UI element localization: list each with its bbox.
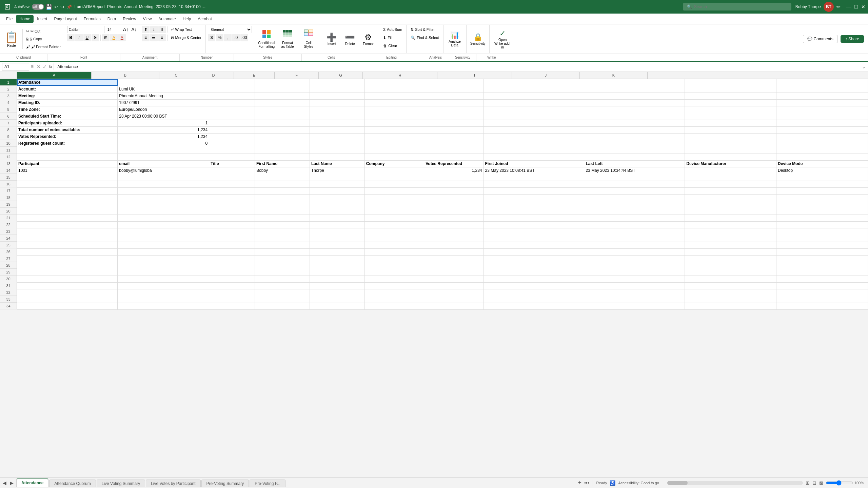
cell-D16[interactable] xyxy=(255,181,310,187)
cell-A33[interactable] xyxy=(17,296,118,303)
cell-H4[interactable] xyxy=(484,99,584,106)
cell-H29[interactable] xyxy=(484,269,584,276)
row-number-12[interactable]: 12 xyxy=(0,154,17,160)
cell-H24[interactable] xyxy=(484,235,584,242)
cell-H27[interactable] xyxy=(484,255,584,262)
cell-G9[interactable] xyxy=(424,133,484,140)
menu-data[interactable]: Data xyxy=(104,15,119,23)
cell-E13[interactable]: Last Name xyxy=(310,160,364,167)
cell-A12[interactable] xyxy=(17,154,118,160)
cell-H32[interactable] xyxy=(484,289,584,296)
cell-B5[interactable]: Europe/London xyxy=(118,106,209,113)
cell-F33[interactable] xyxy=(364,296,424,303)
search-box[interactable]: 🔍 xyxy=(683,3,791,11)
cell-J31[interactable] xyxy=(685,282,776,289)
cell-C19[interactable] xyxy=(209,201,255,208)
cell-B7[interactable]: 1 xyxy=(118,120,209,126)
cell-I27[interactable] xyxy=(584,255,685,262)
cell-K24[interactable] xyxy=(776,235,868,242)
cell-H25[interactable] xyxy=(484,242,584,248)
cell-J26[interactable] xyxy=(685,248,776,255)
menu-formulas[interactable]: Formulas xyxy=(80,15,104,23)
cell-G5[interactable] xyxy=(424,106,484,113)
cell-K32[interactable] xyxy=(776,289,868,296)
sort-filter-button[interactable]: ⇅Sort & Filter xyxy=(409,26,437,33)
cell-F1[interactable] xyxy=(364,79,424,86)
zoom-slider[interactable] xyxy=(826,480,853,486)
cell-D31[interactable] xyxy=(255,282,310,289)
cell-I30[interactable] xyxy=(584,276,685,282)
cell-B20[interactable] xyxy=(118,208,209,215)
merge-center-button[interactable]: ⊠ Merge & Center xyxy=(169,34,204,41)
cell-B18[interactable] xyxy=(118,194,209,201)
cell-K1[interactable] xyxy=(776,79,868,86)
row-number-16[interactable]: 16 xyxy=(0,181,17,187)
function-icon[interactable]: fx xyxy=(49,64,52,69)
cell-F15[interactable] xyxy=(364,174,424,181)
cell-G15[interactable] xyxy=(424,174,484,181)
cell-F16[interactable] xyxy=(364,181,424,187)
align-right-button[interactable]: ≡ xyxy=(158,34,166,41)
cell-C20[interactable] xyxy=(209,208,255,215)
cell-H11[interactable] xyxy=(484,147,584,154)
cell-I7[interactable] xyxy=(584,120,685,126)
row-number-19[interactable]: 19 xyxy=(0,201,17,208)
menu-file[interactable]: File xyxy=(3,15,16,23)
align-bottom-button[interactable]: ⬇ xyxy=(158,26,166,33)
cell-J23[interactable] xyxy=(685,228,776,235)
cell-C7[interactable] xyxy=(209,120,255,126)
cell-F30[interactable] xyxy=(364,276,424,282)
cell-H21[interactable] xyxy=(484,215,584,221)
cell-B8[interactable]: 1,234 xyxy=(118,126,209,133)
cell-G30[interactable] xyxy=(424,276,484,282)
cell-D26[interactable] xyxy=(255,248,310,255)
cell-B9[interactable]: 1,234 xyxy=(118,133,209,140)
cell-E34[interactable] xyxy=(310,303,364,309)
cell-G6[interactable] xyxy=(424,113,484,120)
cell-K20[interactable] xyxy=(776,208,868,215)
cell-G13[interactable]: Votes Represented xyxy=(424,160,484,167)
more-tabs-button[interactable]: ••• xyxy=(584,480,589,486)
cell-D1[interactable] xyxy=(255,79,310,86)
cell-K28[interactable] xyxy=(776,262,868,269)
cell-K22[interactable] xyxy=(776,221,868,228)
cell-J32[interactable] xyxy=(685,289,776,296)
increase-font-button[interactable]: A↑ xyxy=(122,26,129,33)
cell-H22[interactable] xyxy=(484,221,584,228)
cell-J29[interactable] xyxy=(685,269,776,276)
cell-C11[interactable] xyxy=(209,147,255,154)
cell-C13[interactable]: Title xyxy=(209,160,255,167)
undo-button[interactable]: ↩ xyxy=(54,4,58,9)
format-painter-button[interactable]: 🖌🖌 Format Painter xyxy=(24,43,63,50)
cell-E1[interactable] xyxy=(310,79,364,86)
row-number-6[interactable]: 6 xyxy=(0,113,17,120)
cell-J13[interactable]: Device Manufacturer xyxy=(685,160,776,167)
cell-A3[interactable]: Meeting: xyxy=(17,93,118,99)
cell-G11[interactable] xyxy=(424,147,484,154)
cell-B15[interactable] xyxy=(118,174,209,181)
cell-J6[interactable] xyxy=(685,113,776,120)
cell-A2[interactable]: Account: xyxy=(17,86,118,93)
cell-D9[interactable] xyxy=(255,133,310,140)
row-number-11[interactable]: 11 xyxy=(0,147,17,154)
share-button[interactable]: ↑ Share xyxy=(841,35,864,43)
cell-K34[interactable] xyxy=(776,303,868,309)
cell-I9[interactable] xyxy=(584,133,685,140)
cell-I34[interactable] xyxy=(584,303,685,309)
name-box[interactable] xyxy=(2,63,29,70)
row-number-33[interactable]: 33 xyxy=(0,296,17,303)
cell-E16[interactable] xyxy=(310,181,364,187)
cell-E2[interactable] xyxy=(310,86,364,93)
cell-G14[interactable]: 1,234 xyxy=(424,167,484,174)
cell-I29[interactable] xyxy=(584,269,685,276)
cell-C31[interactable] xyxy=(209,282,255,289)
cell-C25[interactable] xyxy=(209,242,255,248)
cell-K30[interactable] xyxy=(776,276,868,282)
cell-K16[interactable] xyxy=(776,181,868,187)
col-header-b[interactable]: B xyxy=(92,72,159,79)
cell-I5[interactable] xyxy=(584,106,685,113)
cell-I32[interactable] xyxy=(584,289,685,296)
cell-J7[interactable] xyxy=(685,120,776,126)
cell-D19[interactable] xyxy=(255,201,310,208)
cell-K25[interactable] xyxy=(776,242,868,248)
